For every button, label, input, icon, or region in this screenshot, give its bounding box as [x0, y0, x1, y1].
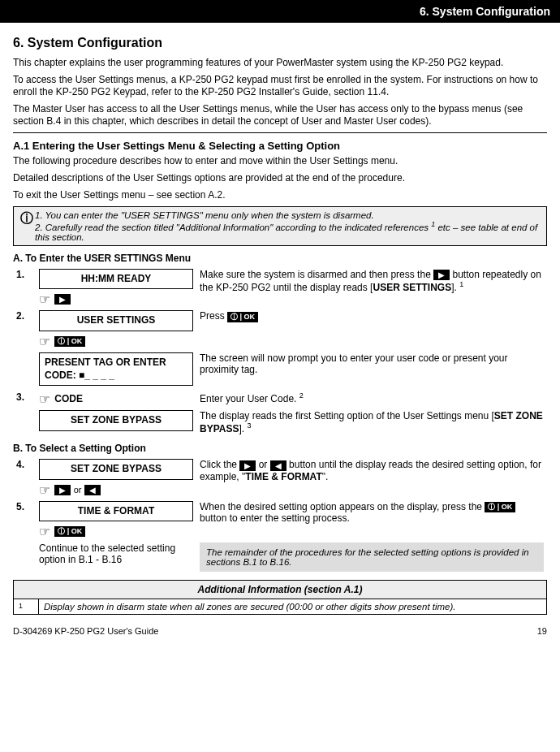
section-a-label: A. To Enter the USER SETTINGS Menu	[13, 253, 547, 264]
ok-button-icon: ⓘ | OK	[54, 526, 85, 537]
page-footer: D-304269 KP-250 PG2 User's Guide 19	[0, 623, 560, 644]
info-note-box: ⓘ 1. You can enter the "USER SETTINGS" m…	[13, 206, 547, 246]
step-2-num: 2.	[13, 309, 36, 351]
continue-row: Continue to the selected setting option …	[13, 541, 547, 573]
step-5: 5. TIME & FORMAT ☞ ⓘ | OK When the desir…	[13, 499, 547, 542]
step-1-text: Make sure the system is disarmed and the…	[196, 267, 547, 309]
steps-table-b: 4. SET ZONE BYPASS ☞ ▶ or ◀ Click the ▶ …	[13, 457, 547, 573]
forward-button-icon: ▶	[54, 485, 71, 495]
page-content: 6. System Configuration This chapter exp…	[0, 23, 560, 623]
pointing-hand-icon: ☞	[39, 391, 50, 407]
a1-p1: The following procedure describes how to…	[13, 155, 547, 167]
display-present-tag: PRESENT TAG OR ENTER CODE: ■_ _ _ _	[39, 352, 193, 386]
step-3-num: 3.	[13, 390, 36, 408]
footer-page-number: 19	[537, 626, 547, 636]
ok-button-icon: ⓘ | OK	[54, 336, 85, 347]
pointing-hand-icon: ☞	[39, 482, 50, 498]
footnote-number: 1	[14, 599, 39, 615]
forward-button-icon: ▶	[239, 460, 256, 471]
step-4: 4. SET ZONE BYPASS ☞ ▶ or ◀ Click the ▶ …	[13, 457, 547, 499]
step-3a-text: Enter your User Code. 2	[196, 390, 547, 408]
footer-doc-id: D-304269 KP-250 PG2 User's Guide	[13, 626, 158, 636]
pointing-hand-icon: ☞	[39, 524, 50, 539]
note-line-1: 1. You can enter the "USER SETTINGS" men…	[35, 210, 541, 220]
intro-p1: This chapter explains the user programmi…	[13, 57, 547, 69]
step-1-num: 1.	[13, 267, 36, 309]
display-time-format: TIME & FORMAT	[39, 501, 193, 522]
or-text: or	[74, 484, 84, 494]
ok-button-icon: ⓘ | OK	[227, 312, 258, 322]
page-title: 6. System Configuration	[13, 36, 547, 50]
display-hhmm-ready: HH:MM READY	[39, 269, 193, 290]
back-button-icon: ◀	[270, 460, 286, 471]
step-3b-text: The display reads the first Setting opti…	[196, 408, 547, 436]
steps-table-a: 1. HH:MM READY ☞ ▶ Make sure the system …	[13, 267, 547, 436]
display-user-settings: USER SETTINGS	[39, 310, 193, 331]
pointing-hand-icon: ☞	[39, 334, 50, 349]
forward-button-icon: ▶	[54, 294, 71, 305]
step-5-num: 5.	[13, 499, 36, 542]
code-label: CODE	[54, 393, 83, 404]
continue-left: Continue to the selected setting option …	[36, 541, 196, 573]
info-icon: ⓘ	[19, 210, 35, 242]
section-b-label: B. To Select a Setting Option	[13, 443, 547, 454]
step-2b-text: The screen will now prompt you to enter …	[196, 351, 547, 390]
continue-right-note: The remainder of the procedures for the …	[200, 542, 544, 572]
display-set-zone-bypass: SET ZONE BYPASS	[39, 410, 193, 431]
a1-p3: To exit the User Settings menu – see sec…	[13, 189, 547, 201]
step-2b: PRESENT TAG OR ENTER CODE: ■_ _ _ _ The …	[13, 351, 547, 390]
step-5-text: When the desired setting option appears …	[196, 499, 547, 542]
display-set-zone-bypass-2: SET ZONE BYPASS	[39, 459, 193, 480]
step-2-text: Press ⓘ | OK	[196, 309, 547, 351]
step-3b: SET ZONE BYPASS The display reads the fi…	[13, 408, 547, 436]
ok-button-icon: ⓘ | OK	[485, 502, 515, 512]
chapter-header: 6. System Configuration	[0, 0, 560, 23]
separator	[13, 132, 547, 133]
forward-button-icon: ▶	[433, 270, 450, 280]
footnote-text: Display shown in disarm state when all z…	[39, 599, 547, 615]
a1-heading: A.1 Entering the User Settings Menu & Se…	[13, 140, 547, 152]
step-1: 1. HH:MM READY ☞ ▶ Make sure the system …	[13, 267, 547, 309]
step-2: 2. USER SETTINGS ☞ ⓘ | OK Press ⓘ | OK	[13, 309, 547, 351]
intro-p3: The Master User has access to all the Us…	[13, 103, 547, 127]
a1-p2: Detailed descriptions of the User Settin…	[13, 172, 547, 184]
step-3a: 3. ☞ CODE Enter your User Code. 2	[13, 390, 547, 408]
step-4-text: Click the ▶ or ◀ button until the displa…	[196, 457, 547, 499]
additional-info-table: Additional Information (section A.1) 1 D…	[13, 580, 547, 615]
back-button-icon: ◀	[84, 485, 101, 495]
additional-info-header: Additional Information (section A.1)	[14, 581, 547, 599]
step-4-num: 4.	[13, 457, 36, 499]
pointing-hand-icon: ☞	[39, 292, 50, 307]
intro-p2: To access the User Settings menus, a KP-…	[13, 74, 547, 98]
note-line-2: 2. Carefully read the section titled "Ad…	[35, 220, 541, 242]
additional-info-row-1: 1 Display shown in disarm state when all…	[14, 599, 547, 615]
